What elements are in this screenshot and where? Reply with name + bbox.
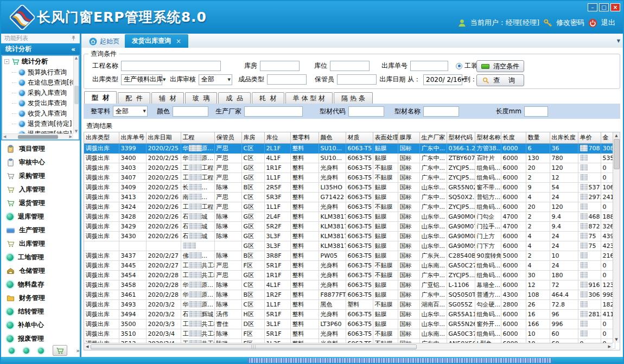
column-header[interactable]: 工程 [181, 132, 214, 143]
table-vscrollbar[interactable]: ▲▼ [613, 132, 620, 343]
clear-conditions-button[interactable]: 清空条件 [476, 60, 524, 72]
table-row[interactable]: 调拨出库34302020/2/26石城陈琳G区3L3F整料KLM38176063… [84, 231, 615, 241]
sidebar-item-结转管理[interactable]: 结转管理 [1, 305, 80, 318]
sidebar-section-header[interactable]: 统计分析 « [1, 43, 80, 55]
column-header[interactable]: 型材代码 [447, 132, 475, 143]
table-row[interactable]: 调拨出库34242020/2/26工工程严思G区1L1F整料光身料6063-T5… [84, 202, 615, 212]
table-row[interactable]: 调拨出库33992020/2/25华原...严思C区2L1F整料SU10...6… [84, 143, 615, 153]
sidebar-item-审核中心[interactable]: 审核中心 [1, 156, 80, 169]
table-row[interactable]: 调拨出库34932020/3/2华原...陈琳C区1L1F整料黑色塑料不贴膜国标… [84, 299, 615, 309]
profile-name-input[interactable] [423, 106, 459, 117]
column-header[interactable]: 库位 [264, 132, 290, 143]
minimize-button[interactable]: – [588, 3, 597, 11]
order-no-input[interactable] [410, 61, 448, 71]
column-header[interactable]: 库房 [241, 132, 264, 143]
tab-list-dropdown-icon[interactable]: ▼ [617, 39, 620, 43]
cart-shortcut-button[interactable] [53, 345, 67, 356]
column-header[interactable]: 保管员 [214, 132, 241, 143]
tree-root[interactable]: - 统计分析 [2, 56, 79, 67]
material-tab[interactable]: 型 材 [84, 91, 117, 104]
audit-select[interactable]: 全部▼ [199, 74, 232, 85]
table-hscrollbar[interactable]: ◀|||▶ [84, 343, 613, 350]
profile-code-input[interactable] [348, 106, 384, 117]
column-header[interactable]: 出库日期 [146, 132, 181, 143]
sidebar-item-仓储管理[interactable]: 仓储管理 [1, 264, 80, 278]
sidebar-item-退库管理[interactable]: 退库管理 [1, 210, 80, 223]
project-name-input[interactable] [121, 61, 221, 71]
tree-item[interactable]: 退货查询[待定] [2, 119, 79, 129]
column-header[interactable]: 颜色 [319, 132, 346, 143]
sidebar-item-退货管理[interactable]: 退货管理 [1, 196, 80, 210]
tab-shipment-outbound-query[interactable]: 发货出库查询 × [125, 34, 188, 48]
logout-link[interactable]: 退出 [601, 18, 615, 28]
sidebar-item-财务管理[interactable]: 财务管理 [1, 291, 80, 305]
whole-part-select[interactable]: 全部▼ [113, 106, 148, 117]
warehouse-input[interactable] [260, 61, 300, 71]
column-header[interactable]: 表面处理 [373, 132, 398, 143]
tab-close-icon[interactable]: × [176, 37, 181, 45]
more-menus-icon[interactable]: » [76, 348, 80, 354]
column-header[interactable]: 单价 [578, 132, 601, 143]
table-row[interactable]: 调拨出库34092020/2/25长...陈琳B区2R5F整料LI35HO606… [84, 182, 615, 192]
product-type-input[interactable] [267, 74, 307, 85]
material-tab[interactable]: 单 体 型 材 [285, 92, 333, 104]
pin-icon[interactable] [71, 35, 77, 41]
column-header[interactable]: 膜厚 [398, 132, 419, 143]
sidebar-item-生产管理[interactable]: 生产管理 [1, 223, 80, 237]
table-row[interactable]: 调拨出库34942020/3/2石辉城汤伟H区5R1F整料光身料6063-T5贴… [84, 309, 615, 319]
tree-item[interactable]: 发货出库查询 [2, 98, 79, 108]
search-button[interactable]: 查 询 [476, 74, 524, 86]
material-tab[interactable]: 隔 热 条 [334, 92, 373, 104]
column-header[interactable]: 材质 [346, 132, 373, 143]
material-tab[interactable]: 辅 材 [151, 92, 184, 104]
table-row[interactable]: 调拨出库34002020/2/25华原...严思C区4L1F整料SU10...6… [84, 153, 615, 163]
tree-hscrollbar[interactable]: ◀▶ [2, 133, 73, 139]
sidebar-item-出库管理[interactable]: 出库管理 [1, 237, 80, 251]
vendor-input[interactable] [244, 106, 303, 117]
table-row[interactable]: 调拨出库34282020/2/26石城陈琳G区2L4F整料KLM38176063… [84, 212, 615, 221]
close-button[interactable]: × [610, 3, 620, 11]
radio-gongzhuang[interactable] [456, 63, 462, 69]
column-header[interactable]: 长度 [501, 132, 526, 143]
color-input[interactable] [173, 106, 208, 117]
sidebar-item-项目管理[interactable]: 项目管理 [1, 142, 80, 156]
table-row[interactable]: 调拨出库34072020/2/25工工程严思G区1L1F整料光身料6063-T5… [84, 173, 615, 182]
column-header[interactable]: 数量 [526, 132, 550, 143]
material-tab[interactable]: 耗 材 [252, 92, 284, 104]
table-row[interactable]: 调拨出库35102020/3/4工共工程陈琳F区5R1F整料光身料6063-T5… [84, 329, 615, 339]
table-row[interactable]: 调拨出库34612020/2/28华原...陈琳B区1R2F整料F8877FT6… [84, 290, 615, 299]
table-row[interactable]: G区3L3F整料KLM38176063-T5贴膜国标山东华...GA90M09.… [84, 241, 615, 251]
column-header[interactable]: 整零料 [290, 132, 319, 143]
table-row[interactable]: 调拨出库34582020/2/28华原...陈琳C区4L1F整料光身料6063-… [84, 280, 615, 290]
change-password-link[interactable]: 修改密码 [556, 18, 584, 28]
sidebar-item-物料盘存[interactable]: 物料盘存 [1, 278, 80, 291]
column-header[interactable]: 出库类型 [84, 132, 119, 143]
table-row[interactable]: 调拨出库34132020/2/26南...严思C区5R3F整料G71422606… [84, 192, 615, 202]
sidebar-item-工地管理[interactable]: 工地管理 [1, 251, 80, 264]
table-row[interactable]: 调拨出库34032020/2/25工工程严思G区1R1F整料光身料6063-T5… [84, 163, 615, 173]
sidebar-item-采购管理[interactable]: 采购管理 [1, 169, 80, 183]
collapsed-item-icon[interactable] [38, 348, 44, 354]
tree-item[interactable]: 在途信息查询[待 [2, 78, 79, 88]
table-row[interactable]: 调拨出库35002020/3/3工共工程曹佳D区3L1F整料LT3P606063… [84, 319, 615, 329]
tree-vscrollbar[interactable]: ▲▼ [73, 56, 79, 133]
maximize-button[interactable]: □ [599, 3, 609, 11]
collapsed-item-icon[interactable] [9, 348, 15, 354]
tree-item[interactable]: 预算执行查询 [2, 67, 79, 78]
location-input[interactable] [330, 61, 370, 71]
keeper-input[interactable] [337, 74, 377, 85]
table-row[interactable]: 调拨出库34292020/2/26石城陈琳G区5R2F整料KLM38176063… [84, 221, 615, 231]
tree-item[interactable]: 收货入库查询 [2, 108, 79, 119]
column-header[interactable]: 型材名称 [475, 132, 501, 143]
collapse-icon[interactable]: « [71, 46, 75, 53]
column-header[interactable]: 生产厂家 [419, 132, 447, 143]
collapsed-item-icon[interactable] [23, 348, 29, 354]
sidebar-item-报废管理[interactable]: 报废管理 [1, 332, 80, 344]
material-tab[interactable]: 配 件 [118, 92, 150, 104]
column-header[interactable]: 出库单号 [119, 132, 146, 143]
sidebar-item-补单中心[interactable]: 补单中心 [1, 318, 80, 332]
table-row[interactable]: 调拨出库34542020/2/28工共工程严思G区1R1F整料光身料6063-T… [84, 270, 615, 280]
tree-item[interactable]: 采购入库查询 [2, 88, 79, 98]
material-tab[interactable]: 成 品 [218, 92, 251, 104]
column-header[interactable]: 出库长度 [550, 132, 578, 143]
